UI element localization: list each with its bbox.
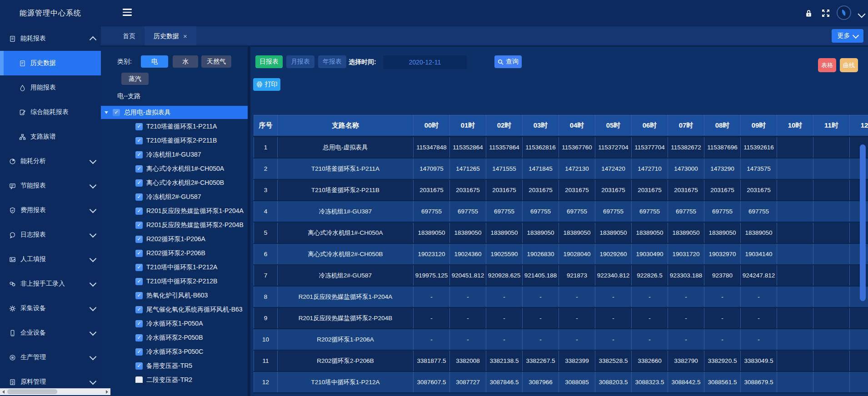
tree-item-0[interactable]: ✓T210塔釜循环泵1-P211A [101, 119, 248, 134]
tree-item-12[interactable]: ✓热氧化炉引风机-B603 [101, 288, 248, 302]
report-type-button-0[interactable]: 日报表 [255, 55, 283, 68]
tree-item-checkbox[interactable]: ✓ [135, 208, 143, 215]
scroll-right-arrow-icon[interactable] [104, 388, 110, 395]
chevron-down-icon [90, 353, 97, 360]
sidebar-item-12[interactable]: 企业设备 [0, 321, 101, 345]
tree-item-checkbox[interactable] [135, 376, 143, 383]
sidebar-item-13[interactable]: 生产管理 [0, 345, 101, 370]
table-row: 2T210塔釜循环泵1-P211A14709751471265147155514… [254, 158, 868, 179]
sidebar-item-10[interactable]: 非上报手工录入 [0, 272, 101, 296]
sidebar-item-1[interactable]: 历史数据 [0, 51, 101, 75]
branch-name-cell: R202循环泵1-P206A [278, 329, 414, 350]
value-cell: 2031675 [523, 179, 559, 201]
chevron-down-icon [90, 377, 97, 385]
value-cell: 18389050 [595, 222, 632, 243]
tree-item-3[interactable]: ✓离心式冷水机组1#-CH050A [101, 162, 248, 176]
category-button-3[interactable]: 蒸汽 [121, 73, 149, 85]
tree-item-6[interactable]: ✓R201反应段热媒盐循环泵1-P204A [101, 204, 248, 218]
tree-item-4[interactable]: ✓离心式冷水机组2#-CH050B [101, 176, 248, 190]
tree-item-checkbox[interactable]: ✓ [135, 165, 143, 173]
tree-item-2[interactable]: ✓冷冻机组1#-GU387 [101, 148, 248, 162]
scroll-left-arrow-icon[interactable] [0, 388, 7, 395]
value-cell: - [450, 286, 486, 307]
horizontal-scrollbar-thumb[interactable] [7, 389, 57, 394]
category-button-1[interactable]: 水 [173, 55, 198, 68]
sidebar-item-11[interactable]: 采集设备 [0, 296, 101, 321]
vertical-scrollbar-thumb[interactable] [860, 144, 866, 301]
tree-item-checkbox[interactable]: ✓ [135, 320, 143, 327]
print-button[interactable]: 打印 [253, 78, 280, 91]
tree-item-checkbox[interactable]: ✓ [135, 278, 143, 285]
more-button[interactable]: 更多 [832, 29, 863, 43]
category-button-0[interactable]: 电 [141, 55, 168, 68]
date-input[interactable] [383, 55, 467, 69]
tree-item-1[interactable]: ✓T210塔釜循环泵2-P211B [101, 134, 248, 148]
tree-item-10[interactable]: ✓T210塔中循环泵1-P212A [101, 260, 248, 274]
sidebar-item-8[interactable]: 日志报表 [0, 223, 101, 247]
fullscreen-icon[interactable] [821, 8, 831, 19]
chevron-down-icon [90, 230, 97, 238]
tab-0[interactable]: 首页 [114, 26, 145, 45]
tree-item-checkbox[interactable]: ✓ [135, 334, 143, 342]
tree-item-checkbox[interactable]: ✓ [135, 250, 143, 257]
tree-item-5[interactable]: ✓冷冻机组2#-GU587 [101, 190, 248, 204]
sidebar-item-7[interactable]: 费用报表 [0, 198, 101, 223]
value-cell [777, 222, 813, 243]
value-cell: 1473000 [668, 158, 704, 179]
horizontal-scrollbar[interactable] [0, 388, 110, 395]
sidebar-item-4[interactable]: 支路族谱 [0, 124, 101, 149]
query-button[interactable]: 查询 [494, 55, 522, 68]
value-cell [777, 265, 813, 286]
sidebar-item-0[interactable]: 能耗报表 [0, 26, 101, 51]
lock-icon[interactable] [803, 8, 813, 19]
category-button-2[interactable]: 天然气 [201, 55, 231, 68]
tree-item-17[interactable]: ✓备用变压器-TR5 [101, 359, 248, 373]
tree-item-checkbox[interactable]: ✓ [135, 306, 143, 313]
report-type-button-2[interactable]: 年报表 [318, 55, 346, 68]
tree-item-16[interactable]: ✓冷水循环泵3-P050C [101, 345, 248, 359]
tree-item-14[interactable]: ✓冷水循环泵1-P050A [101, 317, 248, 331]
report-type-button-1[interactable]: 月报表 [286, 55, 314, 68]
tab-1[interactable]: 历史数据× [145, 26, 196, 45]
tree-item-11[interactable]: ✓T210塔中循环泵2-P212B [101, 274, 248, 288]
sidebar-item-2[interactable]: 用能报表 [0, 75, 101, 100]
view-button-1[interactable]: 曲线 [840, 58, 858, 72]
tree-item-8[interactable]: ✓R202循环泵1-P206A [101, 232, 248, 246]
tree-root-checkbox[interactable]: ✓ [113, 109, 120, 116]
tree-item-checkbox[interactable]: ✓ [135, 348, 143, 356]
tree-item-checkbox[interactable]: ✓ [135, 123, 143, 130]
value-cell: 115347848 [414, 137, 450, 158]
sidebar-item-9[interactable]: 人工填报 [0, 247, 101, 272]
tree-item-checkbox[interactable]: ✓ [135, 222, 143, 229]
sidebar-item-5[interactable]: 能耗分析 [0, 149, 101, 173]
close-icon[interactable]: × [183, 33, 187, 40]
tree-item-checkbox[interactable]: ✓ [135, 193, 143, 201]
tree-item-checkbox[interactable]: ✓ [135, 362, 143, 370]
row-index-cell: 1 [254, 137, 278, 158]
sidebar-item-3[interactable]: 综合能耗报表 [0, 100, 101, 124]
tree-item-9[interactable]: ✓R202循环泵2-P206B [101, 246, 248, 260]
tree-item-13[interactable]: ✓尾气催化氧化系统再循环风机-B63 [101, 302, 248, 317]
hamburger-menu-icon[interactable] [123, 9, 132, 16]
tree-item-checkbox[interactable]: ✓ [135, 151, 143, 158]
tree-item-label: R201反应段热媒盐循环泵1-P204A [146, 207, 244, 215]
value-cell: - [523, 329, 559, 350]
tree-item-15[interactable]: ✓冷水循环泵2-P050B [101, 331, 248, 345]
caret-down-icon[interactable] [105, 111, 108, 114]
tree-item-checkbox[interactable]: ✓ [135, 179, 143, 187]
phone-icon [9, 330, 16, 337]
user-avatar[interactable] [837, 5, 851, 20]
tree-item-18[interactable]: 二段变压器-TR2 [101, 373, 248, 383]
value-cell [777, 350, 813, 371]
sidebar-item-6[interactable]: 节能报表 [0, 173, 101, 198]
tree-item-7[interactable]: ✓R201反应段热媒盐循环泵2-P204B [101, 218, 248, 232]
tree-item-checkbox[interactable]: ✓ [135, 137, 143, 144]
value-cell: 1471845 [523, 158, 559, 179]
tree-item-checkbox[interactable]: ✓ [135, 292, 143, 299]
user-menu-chevron-down-icon[interactable] [858, 10, 866, 18]
tree-root-node[interactable]: ✓ 总用电-虚拟表具 [101, 106, 248, 119]
tree-item-checkbox[interactable]: ✓ [135, 264, 143, 271]
tree-item-checkbox[interactable]: ✓ [135, 236, 143, 243]
value-cell: 2031675 [632, 179, 668, 201]
view-button-0[interactable]: 表格 [818, 58, 836, 72]
